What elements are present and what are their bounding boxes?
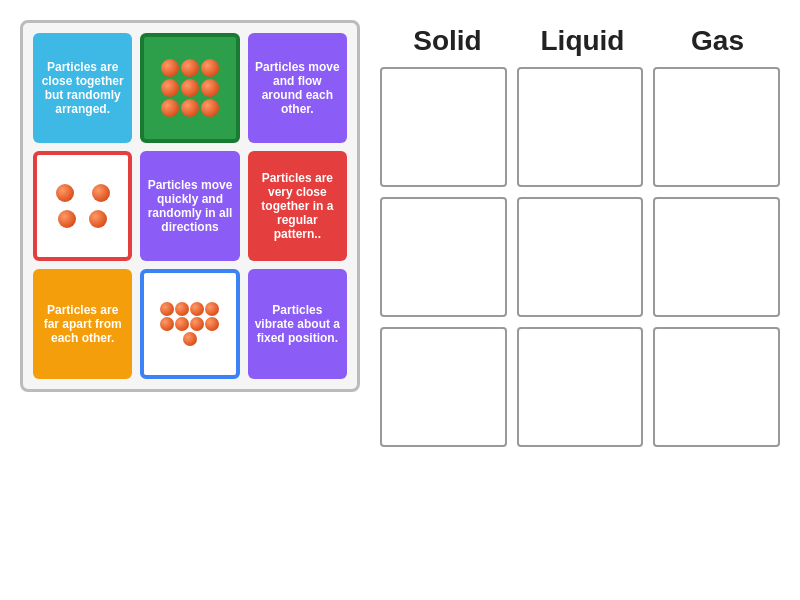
gas-drop-3[interactable] [653, 327, 780, 447]
solid-drop-3[interactable] [380, 327, 507, 447]
column-headers: Solid Liquid Gas [380, 25, 780, 57]
liquid-drop-3[interactable] [517, 327, 644, 447]
liquid-header: Liquid [520, 25, 645, 57]
card-gas-description[interactable]: Particles move quickly and randomly in a… [140, 151, 239, 261]
card-liquid-flow-description[interactable]: Particles move and flow around each othe… [248, 33, 347, 143]
particles-display [43, 174, 122, 238]
drop-grid [380, 67, 780, 447]
particles-display [150, 55, 229, 121]
solid-drop-1[interactable] [380, 67, 507, 187]
particles-display [150, 298, 229, 350]
card-solid-description[interactable]: Particles are very close together in a r… [248, 151, 347, 261]
card-text: Particles are far apart from each other. [39, 303, 126, 345]
solid-drop-2[interactable] [380, 197, 507, 317]
card-text: Particles move and flow around each othe… [254, 60, 341, 116]
card-text: Particles are close together but randoml… [39, 60, 126, 116]
solid-header: Solid [385, 25, 510, 57]
gas-drop-1[interactable] [653, 67, 780, 187]
card-solid-particles-grid[interactable] [140, 33, 239, 143]
card-text: Particles are very close together in a r… [254, 171, 341, 241]
card-text: Particles move quickly and randomly in a… [146, 178, 233, 234]
gas-header: Gas [655, 25, 780, 57]
liquid-drop-1[interactable] [517, 67, 644, 187]
card-solid-vibrate-description[interactable]: Particles vibrate about a fixed position… [248, 269, 347, 379]
card-liquid-description[interactable]: Particles are close together but randoml… [33, 33, 132, 143]
card-liquid-particles-cluster[interactable] [140, 269, 239, 379]
card-gas-far-apart-description[interactable]: Particles are far apart from each other. [33, 269, 132, 379]
card-bank[interactable]: Particles are close together but randoml… [20, 20, 360, 392]
liquid-drop-2[interactable] [517, 197, 644, 317]
sorting-area: Solid Liquid Gas [380, 20, 780, 447]
card-text: Particles vibrate about a fixed position… [254, 303, 341, 345]
gas-drop-2[interactable] [653, 197, 780, 317]
card-gas-particles-spread[interactable] [33, 151, 132, 261]
